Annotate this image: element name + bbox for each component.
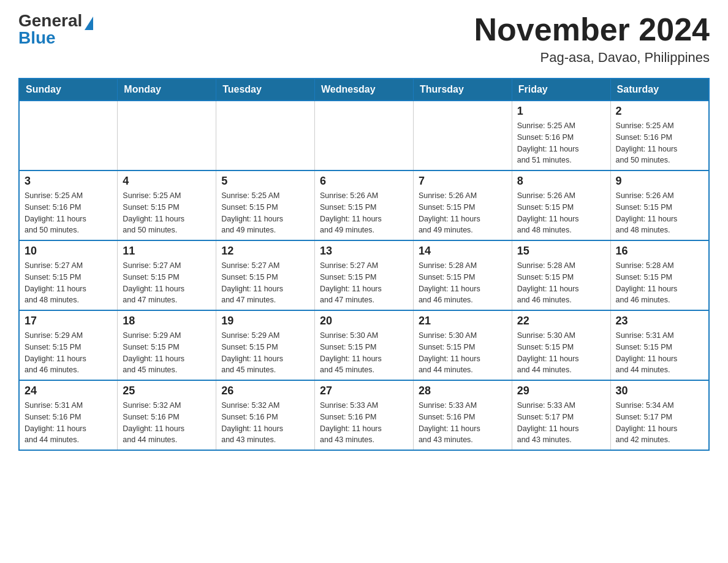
day-number: 16 xyxy=(616,245,703,258)
calendar-header-row: SundayMondayTuesdayWednesdayThursdayFrid… xyxy=(19,79,709,101)
day-number: 24 xyxy=(25,385,112,397)
day-info: Sunrise: 5:30 AM Sunset: 5:15 PM Dayligh… xyxy=(419,330,507,376)
day-number: 29 xyxy=(517,385,605,397)
day-number: 9 xyxy=(616,175,703,188)
day-number: 2 xyxy=(616,105,703,118)
calendar-cell: 11Sunrise: 5:27 AM Sunset: 5:15 PM Dayli… xyxy=(118,240,216,310)
calendar-cell: 18Sunrise: 5:29 AM Sunset: 5:15 PM Dayli… xyxy=(118,310,216,380)
calendar-table: SundayMondayTuesdayWednesdayThursdayFrid… xyxy=(18,78,710,451)
location-text: Pag-asa, Davao, Philippines xyxy=(474,50,710,66)
day-info: Sunrise: 5:32 AM Sunset: 5:16 PM Dayligh… xyxy=(221,400,309,446)
day-number: 13 xyxy=(320,245,408,258)
calendar-cell xyxy=(19,101,118,170)
calendar-cell: 13Sunrise: 5:27 AM Sunset: 5:15 PM Dayli… xyxy=(315,240,414,310)
day-info: Sunrise: 5:32 AM Sunset: 5:16 PM Dayligh… xyxy=(123,400,211,446)
calendar-cell: 23Sunrise: 5:31 AM Sunset: 5:15 PM Dayli… xyxy=(610,310,709,380)
week-row-4: 17Sunrise: 5:29 AM Sunset: 5:15 PM Dayli… xyxy=(19,310,709,380)
day-number: 26 xyxy=(221,385,309,397)
calendar-cell: 26Sunrise: 5:32 AM Sunset: 5:16 PM Dayli… xyxy=(216,380,315,450)
calendar-cell xyxy=(315,101,414,170)
day-header-monday: Monday xyxy=(118,79,216,101)
week-row-1: 1Sunrise: 5:25 AM Sunset: 5:16 PM Daylig… xyxy=(19,101,709,170)
calendar-cell: 17Sunrise: 5:29 AM Sunset: 5:15 PM Dayli… xyxy=(19,310,118,380)
day-info: Sunrise: 5:27 AM Sunset: 5:15 PM Dayligh… xyxy=(123,260,211,306)
week-row-3: 10Sunrise: 5:27 AM Sunset: 5:15 PM Dayli… xyxy=(19,240,709,310)
calendar-cell: 4Sunrise: 5:25 AM Sunset: 5:15 PM Daylig… xyxy=(118,170,216,240)
calendar-cell: 30Sunrise: 5:34 AM Sunset: 5:17 PM Dayli… xyxy=(610,380,709,450)
day-header-friday: Friday xyxy=(512,79,610,101)
day-number: 23 xyxy=(616,315,703,327)
day-header-thursday: Thursday xyxy=(413,79,512,101)
day-number: 18 xyxy=(123,315,211,327)
day-number: 30 xyxy=(616,385,703,397)
calendar-cell: 19Sunrise: 5:29 AM Sunset: 5:15 PM Dayli… xyxy=(216,310,315,380)
calendar-cell: 29Sunrise: 5:33 AM Sunset: 5:17 PM Dayli… xyxy=(512,380,610,450)
day-header-saturday: Saturday xyxy=(610,79,709,101)
day-info: Sunrise: 5:34 AM Sunset: 5:17 PM Dayligh… xyxy=(616,400,703,446)
day-number: 4 xyxy=(123,175,211,188)
day-info: Sunrise: 5:33 AM Sunset: 5:17 PM Dayligh… xyxy=(517,400,605,446)
week-row-5: 24Sunrise: 5:31 AM Sunset: 5:16 PM Dayli… xyxy=(19,380,709,450)
calendar-cell: 6Sunrise: 5:26 AM Sunset: 5:15 PM Daylig… xyxy=(315,170,414,240)
calendar-cell: 10Sunrise: 5:27 AM Sunset: 5:15 PM Dayli… xyxy=(19,240,118,310)
day-number: 3 xyxy=(25,175,112,188)
day-info: Sunrise: 5:27 AM Sunset: 5:15 PM Dayligh… xyxy=(25,260,112,306)
day-header-tuesday: Tuesday xyxy=(216,79,315,101)
day-number: 20 xyxy=(320,315,408,327)
day-info: Sunrise: 5:31 AM Sunset: 5:15 PM Dayligh… xyxy=(616,330,703,376)
day-number: 17 xyxy=(25,315,112,327)
day-number: 14 xyxy=(419,245,507,258)
logo-triangle-icon xyxy=(85,17,93,30)
day-number: 21 xyxy=(419,315,507,327)
logo-general-text: General xyxy=(18,12,82,29)
week-row-2: 3Sunrise: 5:25 AM Sunset: 5:16 PM Daylig… xyxy=(19,170,709,240)
day-info: Sunrise: 5:33 AM Sunset: 5:16 PM Dayligh… xyxy=(419,400,507,446)
day-info: Sunrise: 5:25 AM Sunset: 5:15 PM Dayligh… xyxy=(123,190,211,236)
calendar-cell: 14Sunrise: 5:28 AM Sunset: 5:15 PM Dayli… xyxy=(413,240,512,310)
calendar-cell: 16Sunrise: 5:28 AM Sunset: 5:15 PM Dayli… xyxy=(610,240,709,310)
calendar-cell: 12Sunrise: 5:27 AM Sunset: 5:15 PM Dayli… xyxy=(216,240,315,310)
page-header: General Blue November 2024 Pag-asa, Dava… xyxy=(18,12,710,66)
day-info: Sunrise: 5:26 AM Sunset: 5:15 PM Dayligh… xyxy=(517,190,605,236)
day-info: Sunrise: 5:29 AM Sunset: 5:15 PM Dayligh… xyxy=(221,330,309,376)
day-number: 8 xyxy=(517,175,605,188)
calendar-cell: 3Sunrise: 5:25 AM Sunset: 5:16 PM Daylig… xyxy=(19,170,118,240)
logo-blue-text: Blue xyxy=(18,29,56,47)
day-number: 22 xyxy=(517,315,605,327)
day-info: Sunrise: 5:26 AM Sunset: 5:15 PM Dayligh… xyxy=(320,190,408,236)
day-number: 19 xyxy=(221,315,309,327)
day-header-wednesday: Wednesday xyxy=(315,79,414,101)
day-number: 10 xyxy=(25,245,112,258)
day-info: Sunrise: 5:27 AM Sunset: 5:15 PM Dayligh… xyxy=(320,260,408,306)
calendar-cell: 28Sunrise: 5:33 AM Sunset: 5:16 PM Dayli… xyxy=(413,380,512,450)
day-number: 12 xyxy=(221,245,309,258)
calendar-cell: 27Sunrise: 5:33 AM Sunset: 5:16 PM Dayli… xyxy=(315,380,414,450)
calendar-cell xyxy=(413,101,512,170)
day-info: Sunrise: 5:30 AM Sunset: 5:15 PM Dayligh… xyxy=(320,330,408,376)
day-info: Sunrise: 5:28 AM Sunset: 5:15 PM Dayligh… xyxy=(517,260,605,306)
day-info: Sunrise: 5:30 AM Sunset: 5:15 PM Dayligh… xyxy=(517,330,605,376)
day-number: 28 xyxy=(419,385,507,397)
calendar-cell: 1Sunrise: 5:25 AM Sunset: 5:16 PM Daylig… xyxy=(512,101,610,170)
calendar-cell xyxy=(216,101,315,170)
calendar-cell: 5Sunrise: 5:25 AM Sunset: 5:15 PM Daylig… xyxy=(216,170,315,240)
calendar-cell: 21Sunrise: 5:30 AM Sunset: 5:15 PM Dayli… xyxy=(413,310,512,380)
calendar-cell: 24Sunrise: 5:31 AM Sunset: 5:16 PM Dayli… xyxy=(19,380,118,450)
day-number: 25 xyxy=(123,385,211,397)
day-info: Sunrise: 5:28 AM Sunset: 5:15 PM Dayligh… xyxy=(616,260,703,306)
day-info: Sunrise: 5:26 AM Sunset: 5:15 PM Dayligh… xyxy=(419,190,507,236)
calendar-cell: 2Sunrise: 5:25 AM Sunset: 5:16 PM Daylig… xyxy=(610,101,709,170)
day-info: Sunrise: 5:27 AM Sunset: 5:15 PM Dayligh… xyxy=(221,260,309,306)
calendar-cell: 22Sunrise: 5:30 AM Sunset: 5:15 PM Dayli… xyxy=(512,310,610,380)
day-info: Sunrise: 5:25 AM Sunset: 5:16 PM Dayligh… xyxy=(616,120,703,166)
day-number: 7 xyxy=(419,175,507,188)
day-info: Sunrise: 5:33 AM Sunset: 5:16 PM Dayligh… xyxy=(320,400,408,446)
day-info: Sunrise: 5:29 AM Sunset: 5:15 PM Dayligh… xyxy=(123,330,211,376)
day-number: 15 xyxy=(517,245,605,258)
day-info: Sunrise: 5:28 AM Sunset: 5:15 PM Dayligh… xyxy=(419,260,507,306)
month-title: November 2024 xyxy=(474,12,710,47)
day-info: Sunrise: 5:25 AM Sunset: 5:15 PM Dayligh… xyxy=(221,190,309,236)
day-info: Sunrise: 5:31 AM Sunset: 5:16 PM Dayligh… xyxy=(25,400,112,446)
day-number: 27 xyxy=(320,385,408,397)
calendar-cell xyxy=(118,101,216,170)
